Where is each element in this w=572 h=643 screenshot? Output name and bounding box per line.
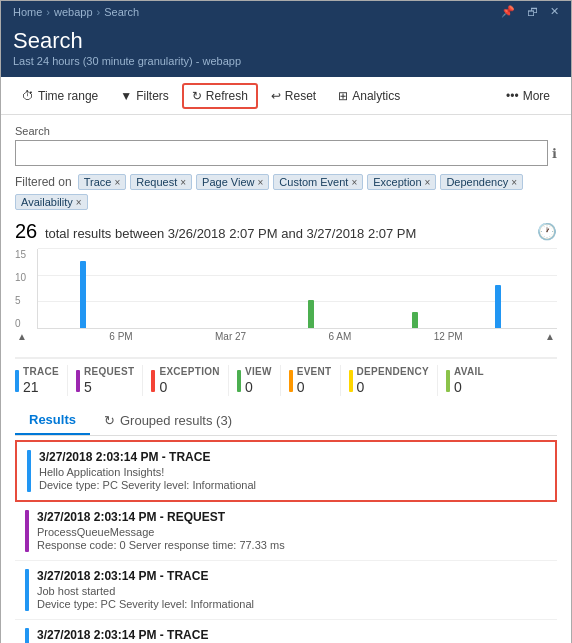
- stat-item-trace[interactable]: TRACE 21: [15, 365, 68, 396]
- stat-color-trace: [15, 370, 19, 392]
- chart-gridlines: [38, 249, 557, 328]
- stat-item-view[interactable]: VIEW 0: [237, 365, 281, 396]
- more-label: More: [523, 89, 550, 103]
- chart-bar-0: [80, 261, 86, 328]
- result-color-bar: [27, 450, 31, 492]
- x-label-0: ▲: [17, 331, 27, 342]
- result-color-bar: [25, 628, 29, 643]
- chart-inner: 0 5 10 15: [15, 249, 557, 329]
- breadcrumb-current: Search: [104, 6, 139, 18]
- breadcrumb-webapp[interactable]: webapp: [54, 6, 93, 18]
- stat-item-request[interactable]: REQUEST 5: [76, 365, 143, 396]
- more-icon: •••: [506, 89, 519, 103]
- stat-item-avail[interactable]: AVAIL 0: [446, 365, 492, 396]
- chart-y-labels: 0 5 10 15: [15, 249, 35, 329]
- filter-tag-availability[interactable]: Availability ×: [15, 194, 88, 210]
- filter-tag-dependency[interactable]: Dependency ×: [440, 174, 523, 190]
- filter-tag-custom event[interactable]: Custom Event ×: [273, 174, 363, 190]
- stat-item-dependency[interactable]: DEPENDENCY 0: [349, 365, 438, 396]
- breadcrumb-sep-2: ›: [97, 6, 101, 18]
- stats-bar: TRACE 21 REQUEST 5 EXCEPTION 0 VIEW 0 EV…: [15, 357, 557, 396]
- filter-tag-exception[interactable]: Exception ×: [367, 174, 436, 190]
- table-row[interactable]: 3/27/2018 2:03:14 PM - REQUEST ProcessQu…: [15, 502, 557, 561]
- results-list: 3/27/2018 2:03:14 PM - TRACE Hello Appli…: [15, 440, 557, 643]
- search-row: ℹ: [15, 140, 557, 166]
- results-number: 26: [15, 220, 37, 242]
- reset-label: Reset: [285, 89, 316, 103]
- page-title: Search: [13, 28, 559, 54]
- table-row[interactable]: 3/27/2018 2:03:14 PM - TRACE: [15, 620, 557, 643]
- time-range-button[interactable]: ⏱ Time range: [13, 84, 107, 108]
- page-subtitle: Last 24 hours (30 minute granularity) - …: [13, 55, 559, 67]
- filter-row: Filtered on Trace ×Request ×Page View ×C…: [15, 174, 557, 210]
- stat-color-view: [237, 370, 241, 392]
- result-color-bar: [25, 569, 29, 611]
- history-icon[interactable]: 🕐: [537, 222, 557, 241]
- filter-tag-request[interactable]: Request ×: [130, 174, 192, 190]
- search-input[interactable]: [15, 140, 548, 166]
- y-label-5: 5: [15, 295, 35, 306]
- filters-button[interactable]: ▼ Filters: [111, 84, 178, 108]
- x-label-end: ▲: [545, 331, 555, 342]
- results-description: total results between 3/26/2018 2:07 PM …: [45, 226, 416, 241]
- stat-color-request: [76, 370, 80, 392]
- breadcrumb-sep-1: ›: [46, 6, 50, 18]
- results-tabs: Results ↻ Grouped results (3): [15, 406, 557, 436]
- analytics-icon: ⊞: [338, 89, 348, 103]
- restore-icon[interactable]: 🗗: [527, 6, 538, 18]
- refresh-label: Refresh: [206, 89, 248, 103]
- results-summary: 26 total results between 3/26/2018 2:07 …: [15, 220, 557, 243]
- toolbar: ⏱ Time range ▼ Filters ↻ Refresh ↩ Reset…: [1, 77, 571, 115]
- reset-button[interactable]: ↩ Reset: [262, 84, 325, 108]
- info-icon[interactable]: ℹ: [552, 146, 557, 161]
- pin-icon[interactable]: 📌: [501, 5, 515, 18]
- filter-tag-page view[interactable]: Page View ×: [196, 174, 269, 190]
- x-label-12pm: 12 PM: [434, 331, 463, 342]
- content-area: Search ℹ Filtered on Trace ×Request ×Pag…: [1, 115, 571, 643]
- tab-results[interactable]: Results: [15, 406, 90, 435]
- stat-color-event: [289, 370, 293, 392]
- refresh-button[interactable]: ↻ Refresh: [182, 83, 258, 109]
- grouped-icon: ↻: [104, 413, 115, 428]
- stat-color-exception: [151, 370, 155, 392]
- analytics-label: Analytics: [352, 89, 400, 103]
- y-label-10: 10: [15, 272, 35, 283]
- analytics-button[interactable]: ⊞ Analytics: [329, 84, 409, 108]
- chart-bar-1: [308, 300, 314, 328]
- stat-color-avail: [446, 370, 450, 392]
- time-range-label: Time range: [38, 89, 98, 103]
- breadcrumb: Home › webapp › Search 📌 🗗 ✕: [1, 1, 571, 22]
- more-button[interactable]: ••• More: [497, 84, 559, 108]
- stat-item-event[interactable]: EVENT 0: [289, 365, 341, 396]
- search-section: Search ℹ: [15, 125, 557, 166]
- x-label-6am: 6 AM: [329, 331, 352, 342]
- table-row[interactable]: 3/27/2018 2:03:14 PM - TRACE Job host st…: [15, 561, 557, 620]
- chart-bar-3: [495, 285, 501, 328]
- refresh-icon: ↻: [192, 89, 202, 103]
- filtered-on-label: Filtered on: [15, 175, 72, 189]
- result-color-bar: [25, 510, 29, 552]
- y-label-0: 0: [15, 318, 35, 329]
- tab-grouped[interactable]: ↻ Grouped results (3): [90, 407, 246, 434]
- search-label: Search: [15, 125, 557, 137]
- table-row[interactable]: 3/27/2018 2:03:14 PM - TRACE Hello Appli…: [15, 440, 557, 502]
- filter-icon: ▼: [120, 89, 132, 103]
- x-label-6pm: 6 PM: [109, 331, 132, 342]
- results-count-text: 26 total results between 3/26/2018 2:07 …: [15, 220, 416, 243]
- y-label-15: 15: [15, 249, 35, 260]
- chart-container: 0 5 10 15 ▲ 6 PM Mar 27 6: [15, 249, 557, 349]
- grouped-label: Grouped results (3): [120, 413, 232, 428]
- stat-item-exception[interactable]: EXCEPTION 0: [151, 365, 229, 396]
- page-header: Search Last 24 hours (30 minute granular…: [1, 22, 571, 77]
- stat-color-dependency: [349, 370, 353, 392]
- x-label-mar27: Mar 27: [215, 331, 246, 342]
- breadcrumb-home[interactable]: Home: [13, 6, 42, 18]
- filters-label: Filters: [136, 89, 169, 103]
- chart-area: [37, 249, 557, 329]
- reset-icon: ↩: [271, 89, 281, 103]
- clock-icon: ⏱: [22, 89, 34, 103]
- chart-x-labels: ▲ 6 PM Mar 27 6 AM 12 PM ▲: [15, 331, 557, 342]
- main-window: Home › webapp › Search 📌 🗗 ✕ Search Last…: [0, 0, 572, 643]
- close-icon[interactable]: ✕: [550, 5, 559, 18]
- filter-tag-trace[interactable]: Trace ×: [78, 174, 127, 190]
